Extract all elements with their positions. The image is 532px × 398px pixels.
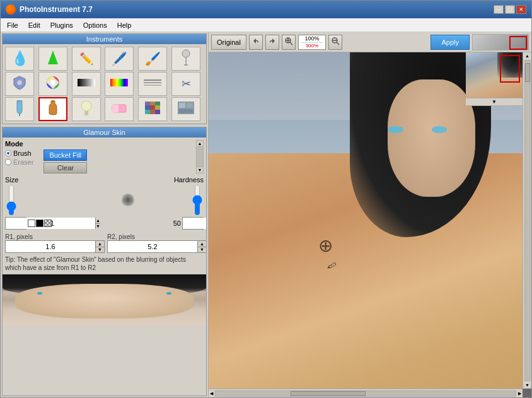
apply-button[interactable]: Apply — [431, 35, 470, 50]
eraser-radio[interactable] — [5, 159, 11, 165]
tool-skin-tube[interactable]: 🖌️ — [138, 47, 167, 71]
hardness-value-display: 50 — [173, 219, 181, 227]
slider-labels-row: Size Hardness — [5, 176, 204, 184]
r1-spin-down[interactable]: ▼ — [95, 247, 104, 253]
r1-spinbox: ▲ ▼ — [5, 240, 105, 253]
zoom-in-button[interactable] — [282, 35, 296, 50]
tool-effect[interactable] — [171, 97, 200, 121]
scroll-track — [197, 147, 203, 167]
thumb-scroll-down[interactable]: ▼ — [466, 98, 523, 105]
size-spin-up[interactable]: ▲ — [95, 218, 100, 224]
vscroll-thumb[interactable] — [525, 63, 530, 82]
r2-input[interactable] — [108, 241, 197, 252]
hscroll-thumb[interactable] — [291, 391, 366, 396]
eraser-radio-row[interactable]: Eraser — [5, 158, 33, 166]
hscroll-left[interactable]: ◀ — [209, 390, 214, 397]
clear-button[interactable]: Clear — [43, 162, 87, 173]
hardness-label: Hardness — [174, 176, 204, 184]
photo-eye-right — [388, 126, 403, 133]
svg-rect-23 — [155, 102, 160, 105]
size-value-row: ▲ ▼ 50 — [5, 217, 204, 230]
tool-eraser[interactable] — [105, 97, 134, 121]
zoom-in-icon — [284, 37, 293, 47]
thumbnail-panel: ▼ — [466, 52, 523, 106]
tool-color-circle[interactable] — [38, 72, 67, 96]
tool-stamp[interactable]: 🖊️ — [105, 47, 134, 71]
size-slider[interactable] — [5, 184, 18, 216]
mode-label: Mode — [5, 140, 196, 148]
svg-line-35 — [290, 42, 292, 45]
gradient-icon — [78, 78, 95, 91]
window-controls: ─ □ ✕ — [494, 5, 526, 14]
tool-mosaic[interactable] — [138, 97, 167, 121]
tool-rainbow[interactable] — [105, 72, 134, 96]
tool-pencils[interactable]: ✏️ — [72, 47, 101, 71]
vscroll-down[interactable]: ▼ — [524, 382, 531, 389]
tool-scissors[interactable]: ✂ — [171, 72, 200, 96]
tool-cup[interactable] — [5, 97, 34, 121]
canvas-area: Original 100% — [209, 32, 531, 397]
canvas-toolbar: Original 100% — [209, 32, 531, 52]
size-spinbox: ▲ ▼ — [5, 217, 26, 230]
zoom-sub-percent: 300% — [301, 43, 323, 49]
undo-button[interactable] — [249, 35, 263, 50]
size-label: Size — [5, 176, 18, 184]
svg-point-6 — [50, 80, 55, 85]
title-bar-left: PhotoInstrument 7.7 — [6, 4, 93, 15]
sliders-row — [5, 184, 204, 216]
size-spin-down[interactable]: ▼ — [95, 224, 100, 230]
r1-spin-up[interactable]: ▲ — [95, 241, 104, 247]
mode-radio-group: Brush Eraser — [5, 149, 33, 166]
minimize-button[interactable]: ─ — [494, 5, 504, 14]
r1-input[interactable] — [6, 241, 95, 252]
green-cone-icon — [47, 49, 59, 69]
scroll-up-arrow[interactable]: ▲ — [197, 141, 203, 147]
menu-help[interactable]: Help — [113, 20, 136, 30]
redo-button[interactable] — [265, 35, 279, 50]
tool-water-drop[interactable]: 💧 — [5, 47, 34, 71]
vscroll-up[interactable]: ▲ — [524, 52, 531, 59]
hardness-input[interactable] — [183, 218, 207, 229]
zoom-out-button[interactable] — [328, 35, 342, 50]
brush-radio-row[interactable]: Brush — [5, 149, 33, 157]
r2-spin-down[interactable]: ▼ — [197, 247, 206, 253]
tool-pin[interactable] — [171, 47, 200, 71]
tool-bottle[interactable] — [38, 97, 67, 121]
brush-label: Brush — [13, 149, 32, 157]
r2-spin-up[interactable]: ▲ — [197, 241, 206, 247]
lines-icon — [144, 78, 161, 91]
pencils-icon: ✏️ — [79, 52, 93, 66]
close-button[interactable]: ✕ — [516, 5, 526, 14]
tool-bulb[interactable] — [72, 97, 101, 121]
stamp-icon: 🖊️ — [112, 51, 127, 66]
bucket-fill-button[interactable]: Bucket Fill — [43, 149, 87, 161]
size-spin-buttons: ▲ ▼ — [95, 218, 100, 229]
hscroll-right[interactable]: ▶ — [517, 390, 523, 397]
menu-edit[interactable]: Edit — [25, 20, 44, 30]
scroll-down-arrow[interactable]: ▼ — [197, 167, 203, 173]
redo-icon — [268, 37, 277, 47]
bulb-icon — [80, 100, 93, 119]
brush-radio[interactable] — [5, 150, 11, 156]
white-swatch[interactable] — [28, 219, 35, 227]
tool-gradient[interactable] — [72, 72, 101, 96]
tool-lines[interactable] — [138, 72, 167, 96]
bottle-icon — [48, 100, 58, 119]
svg-point-1 — [182, 50, 190, 57]
r2-spins: ▲ ▼ — [197, 241, 206, 252]
menu-options[interactable]: Options — [79, 20, 111, 30]
hardness-slider[interactable] — [191, 184, 204, 216]
black-swatch[interactable] — [36, 219, 43, 227]
maximize-button[interactable]: □ — [505, 5, 515, 14]
menu-file[interactable]: File — [3, 20, 22, 30]
thumbnail-bg — [473, 35, 528, 50]
zoom-out-icon — [331, 37, 340, 47]
tool-green-cone[interactable] — [38, 47, 67, 71]
checker-swatch[interactable] — [44, 219, 52, 227]
vscroll-track — [524, 60, 531, 381]
menu-plugins[interactable]: Plugins — [47, 20, 77, 30]
tool-shield[interactable] — [5, 72, 34, 96]
hscroll-track — [215, 390, 516, 397]
svg-rect-25 — [150, 105, 155, 110]
original-button[interactable]: Original — [211, 35, 246, 50]
